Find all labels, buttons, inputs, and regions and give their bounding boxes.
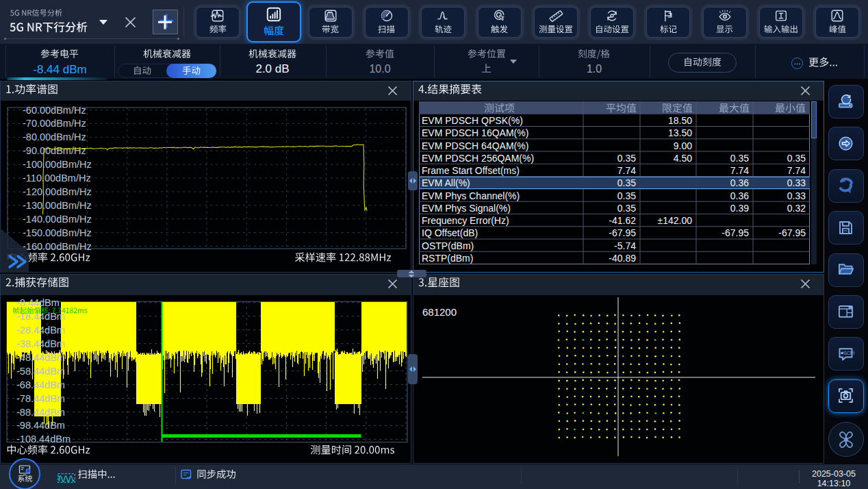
svg-text:SCPI: SCPI [843, 351, 854, 355]
